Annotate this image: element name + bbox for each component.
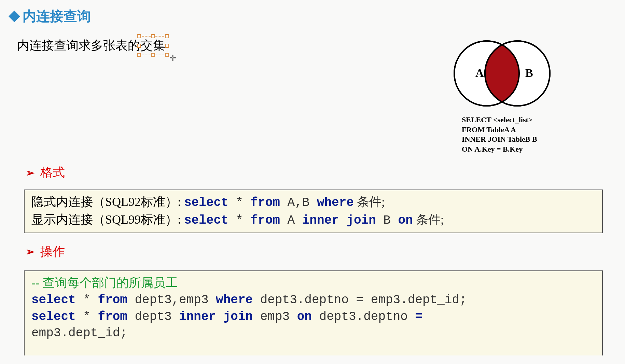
code-text: B	[376, 213, 398, 227]
resize-handle-icon[interactable]	[151, 53, 155, 57]
code-line: 隐式内连接（SQL92标准）: select * from A,B where …	[31, 194, 595, 211]
venn-sql-line: SELECT <select_list>	[462, 115, 574, 125]
venn-sql-line: INNER JOIN TableB B	[462, 135, 574, 144]
code-text: A,B	[280, 196, 317, 210]
selection-content: 交集	[141, 38, 165, 52]
code-label: 显示内连接（SQL99标准）:	[31, 213, 184, 226]
code-line: emp3.dept_id;	[31, 325, 595, 342]
code-text: 条件;	[354, 195, 385, 209]
venn-diagram-block: A B SELECT <select_list> FROM TableA A I…	[444, 36, 574, 154]
venn-label-a: A	[475, 67, 484, 79]
keyword: on	[398, 213, 413, 227]
venn-diagram-icon: A B	[444, 36, 560, 111]
code-line: -- 查询每个部门的所属员工	[31, 275, 595, 292]
resize-handle-icon[interactable]	[137, 53, 141, 57]
page-title: 内连接查询	[23, 7, 91, 26]
code-text: dept3.deptno	[312, 310, 415, 324]
keyword: on	[297, 310, 312, 324]
keyword: =	[415, 310, 422, 324]
keyword: from	[98, 310, 127, 324]
code-line: 显示内连接（SQL99标准）: select * from A inner jo…	[31, 211, 595, 229]
description-prefix: 内连接查询求多张表的	[17, 37, 140, 54]
keyword: from	[250, 196, 280, 210]
code-line: select * from dept3,emp3 where dept3.dep…	[31, 292, 595, 309]
code-text: emp3	[253, 310, 297, 324]
format-code-box: 隐式内连接（SQL92标准）: select * from A,B where …	[24, 190, 603, 233]
keyword: inner	[179, 310, 216, 324]
code-text: *	[76, 310, 98, 324]
keyword: select	[184, 196, 228, 210]
venn-sql-line: FROM TableA A	[462, 125, 574, 135]
code-text	[339, 213, 347, 227]
resize-handle-icon[interactable]	[137, 44, 141, 48]
code-text: *	[228, 196, 251, 210]
operation-code-box: -- 查询每个部门的所属员工 select * from dept3,emp3 …	[24, 270, 603, 355]
code-text: A	[280, 213, 302, 227]
keyword: select	[31, 310, 76, 324]
resize-handle-icon[interactable]	[165, 53, 169, 57]
section-header-format: ➢ 格式	[26, 164, 615, 181]
keyword: select	[184, 213, 228, 227]
keyword: where	[216, 293, 253, 307]
code-text	[216, 310, 223, 324]
code-label: 隐式内连接（SQL92标准）:	[31, 195, 184, 209]
code-text: *	[76, 293, 98, 307]
crosshair-cursor-icon: ✛	[169, 53, 177, 61]
keyword: from	[250, 213, 280, 227]
resize-handle-icon[interactable]	[137, 34, 141, 38]
venn-label-b: B	[525, 67, 533, 79]
code-text: 条件;	[413, 213, 444, 226]
code-text: emp3.dept_id;	[31, 326, 127, 340]
section-title: 格式	[40, 164, 65, 181]
text-selection-box[interactable]: 交集 ✛	[139, 36, 167, 55]
keyword: join	[346, 213, 376, 227]
keyword: where	[317, 196, 354, 210]
resize-handle-icon[interactable]	[165, 44, 169, 48]
keyword: join	[223, 310, 253, 324]
keyword: inner	[302, 213, 339, 227]
section-header-operation: ➢ 操作	[26, 243, 615, 260]
code-comment: -- 查询每个部门的所属员工	[31, 276, 178, 290]
page-header: 内连接查询	[10, 7, 615, 26]
code-text: *	[228, 213, 251, 227]
arrow-bullet-icon: ➢	[26, 166, 35, 179]
diamond-bullet-icon	[9, 11, 20, 22]
intro-row: 内连接查询求多张表的 交集 ✛ A B	[10, 36, 615, 154]
venn-sql-text: SELECT <select_list> FROM TableA A INNER…	[462, 115, 574, 154]
code-line: select * from dept3 inner join emp3 on d…	[31, 309, 595, 325]
resize-handle-icon[interactable]	[151, 34, 155, 38]
code-text: dept3,emp3	[127, 293, 216, 307]
code-text: dept3	[127, 310, 179, 324]
code-text: dept3.deptno = emp3.dept_id;	[253, 293, 467, 307]
section-title: 操作	[40, 243, 65, 260]
keyword: select	[31, 293, 76, 307]
description-text: 内连接查询求多张表的 交集 ✛	[17, 36, 167, 55]
arrow-bullet-icon: ➢	[26, 245, 35, 258]
venn-sql-line: ON A.Key = B.Key	[462, 144, 574, 154]
resize-handle-icon[interactable]	[165, 34, 169, 38]
keyword: from	[98, 293, 127, 307]
